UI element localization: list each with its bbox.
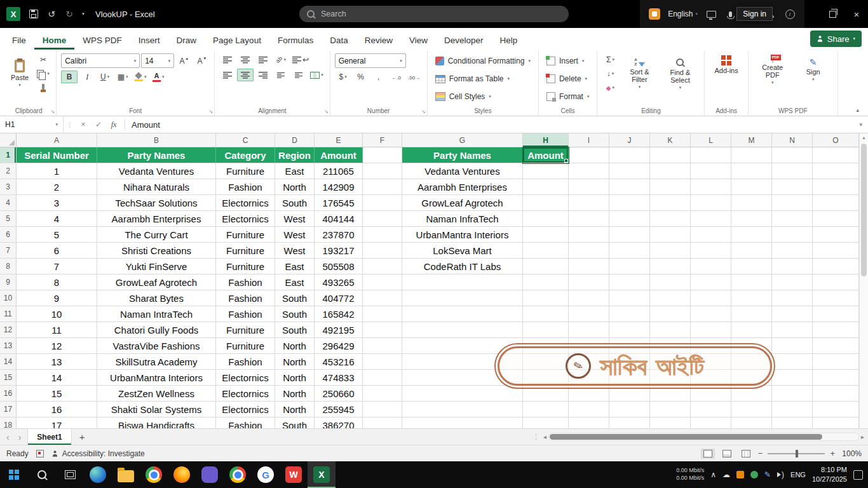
scroll-right-arrow[interactable]: ▸: [861, 433, 864, 440]
notification-icon[interactable]: [853, 470, 863, 480]
cell-F10[interactable]: [363, 290, 402, 306]
cell-O10[interactable]: [813, 290, 859, 306]
bottom-align-button[interactable]: [255, 53, 271, 66]
cell-I12[interactable]: [569, 322, 609, 338]
zoom-slider-thumb[interactable]: [796, 450, 798, 458]
cell-F15[interactable]: [363, 370, 402, 386]
cell-L16[interactable]: [691, 386, 731, 402]
row-header-16[interactable]: 16: [0, 386, 17, 402]
cell-A10[interactable]: 9: [17, 290, 97, 306]
cell-F16[interactable]: [363, 386, 402, 402]
cell-N9[interactable]: [772, 274, 813, 290]
tab-wps-pdf[interactable]: WPS PDF: [74, 31, 130, 50]
display-icon[interactable]: [705, 11, 717, 18]
paste-button[interactable]: Paste ▾: [6, 58, 34, 90]
cell-C6[interactable]: Furniture: [216, 227, 275, 243]
cell-K14[interactable]: [650, 354, 691, 370]
cell-K2[interactable]: [650, 163, 691, 179]
cell-A16[interactable]: 15: [17, 386, 97, 402]
tray-orange-icon[interactable]: [736, 471, 744, 478]
cell-L6[interactable]: [691, 227, 731, 243]
cell-C8[interactable]: Furniture: [216, 259, 275, 274]
cell-K18[interactable]: [650, 417, 691, 428]
cell-H3[interactable]: [523, 179, 569, 195]
cell-J7[interactable]: [609, 243, 650, 259]
macro-record-icon[interactable]: [36, 450, 44, 458]
create-pdf-button[interactable]: Create PDF▾: [753, 53, 792, 86]
cell-C17[interactable]: Electornics: [216, 402, 275, 417]
cell-F3[interactable]: [363, 179, 402, 195]
cell-O2[interactable]: [813, 163, 859, 179]
cell-L8[interactable]: [691, 259, 731, 274]
tray-pen-icon[interactable]: ✎: [764, 470, 771, 479]
cell-M12[interactable]: [731, 322, 772, 338]
format-as-table-button[interactable]: Format as Table▾: [432, 71, 540, 86]
cell-E8[interactable]: 505508: [315, 259, 363, 274]
cell-G14[interactable]: [402, 354, 523, 370]
tab-file[interactable]: File: [4, 31, 34, 50]
cell-N15[interactable]: [772, 370, 813, 386]
cell-D12[interactable]: South: [275, 322, 315, 338]
cell-C12[interactable]: Furniture: [216, 322, 275, 338]
language-selector[interactable]: English▾: [668, 10, 698, 18]
cell-K11[interactable]: [650, 306, 691, 322]
scroll-left-arrow[interactable]: ◂: [543, 433, 546, 440]
row-header-7[interactable]: 7: [0, 243, 17, 259]
fill-color-button[interactable]: ▾: [132, 71, 149, 83]
cell-I9[interactable]: [569, 274, 609, 290]
cell-N14[interactable]: [772, 354, 813, 370]
cell-G15[interactable]: [402, 370, 523, 386]
cell-H12[interactable]: [523, 322, 569, 338]
cell-D2[interactable]: East: [275, 163, 315, 179]
cell-M7[interactable]: [731, 243, 772, 259]
row-header-11[interactable]: 11: [0, 306, 17, 322]
cell-I4[interactable]: [569, 195, 609, 211]
cell-O18[interactable]: [813, 417, 859, 428]
cell-I2[interactable]: [569, 163, 609, 179]
cell-K12[interactable]: [650, 322, 691, 338]
cell-E2[interactable]: 211065: [315, 163, 363, 179]
font-name-select[interactable]: Calibri▾: [61, 53, 140, 68]
cell-H14[interactable]: [523, 354, 569, 370]
accessibility-status[interactable]: Accessibility: Investigate: [51, 449, 145, 458]
cell-C5[interactable]: Electornics: [216, 211, 275, 227]
cell-J12[interactable]: [609, 322, 650, 338]
cell-G5[interactable]: Naman InfraTech: [402, 211, 523, 227]
cell-E18[interactable]: 386270: [315, 417, 363, 428]
formula-input[interactable]: Amount: [129, 120, 852, 130]
cell-G4[interactable]: GrowLeaf Agrotech: [402, 195, 523, 211]
language-indicator[interactable]: ENG: [790, 471, 806, 478]
cell-C10[interactable]: Fashion: [216, 290, 275, 306]
cell-F4[interactable]: [363, 195, 402, 211]
cell-K13[interactable]: [650, 338, 691, 354]
cell-H17[interactable]: [523, 402, 569, 417]
cell-M14[interactable]: [731, 354, 772, 370]
cell-A2[interactable]: 1: [17, 163, 97, 179]
row-header-8[interactable]: 8: [0, 259, 17, 274]
recorder-logo-icon[interactable]: [649, 8, 660, 20]
zoom-out-button[interactable]: −: [758, 449, 763, 458]
column-header-D[interactable]: D: [275, 133, 315, 147]
cell-H18[interactable]: [523, 417, 569, 428]
row-header-2[interactable]: 2: [0, 163, 17, 179]
cell-E4[interactable]: 176545: [315, 195, 363, 211]
autosum-button[interactable]: Σ▾: [602, 53, 618, 66]
cell-E12[interactable]: 492195: [315, 322, 363, 338]
scroll-up-arrow[interactable]: ▲: [860, 135, 868, 140]
cell-O12[interactable]: [813, 322, 859, 338]
cell-D4[interactable]: South: [275, 195, 315, 211]
cell-J1[interactable]: [609, 147, 650, 163]
column-header-F[interactable]: F: [363, 133, 402, 147]
name-box[interactable]: H1▾: [0, 116, 64, 133]
cell-F2[interactable]: [363, 163, 402, 179]
cell-O17[interactable]: [813, 402, 859, 417]
cell-H15[interactable]: [523, 370, 569, 386]
cell-E11[interactable]: 165842: [315, 306, 363, 322]
cell-H4[interactable]: [523, 195, 569, 211]
cell-L3[interactable]: [691, 179, 731, 195]
cell-C2[interactable]: Furniture: [216, 163, 275, 179]
row-header-17[interactable]: 17: [0, 402, 17, 417]
cell-B2[interactable]: Vedanta Ventures: [97, 163, 216, 179]
cell-I7[interactable]: [569, 243, 609, 259]
sheet-tab-sheet1[interactable]: Sheet1: [27, 429, 71, 445]
